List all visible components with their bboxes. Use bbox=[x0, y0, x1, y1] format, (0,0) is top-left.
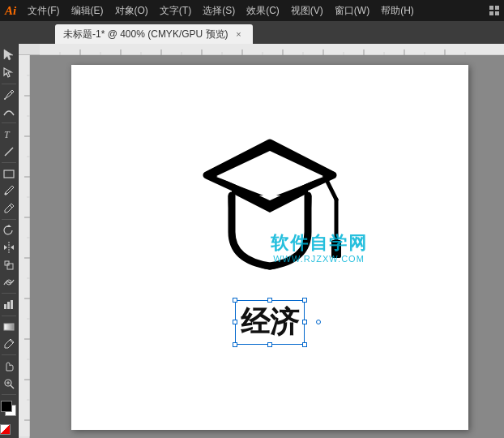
handle-top-middle[interactable] bbox=[267, 298, 272, 303]
canvas-page: 软件自学网 WWW.RJZXW.COM 经济 bbox=[71, 65, 468, 430]
svg-rect-72 bbox=[331, 240, 341, 258]
title-bar: Ai 文件(F) 编辑(E) 对象(O) 文字(T) 选择(S) 效果(C) 视… bbox=[0, 0, 504, 21]
menu-edit[interactable]: 编辑(E) bbox=[66, 2, 109, 19]
tool-separator-1 bbox=[2, 84, 16, 84]
ruler-h-svg bbox=[40, 44, 504, 55]
menu-bar: 文件(F) 编辑(E) 对象(O) 文字(T) 选择(S) 效果(C) 视图(V… bbox=[23, 2, 489, 19]
menu-text[interactable]: 文字(T) bbox=[155, 2, 196, 19]
paintbrush-tool[interactable] bbox=[0, 182, 18, 199]
text-element-selected[interactable]: 经济 bbox=[235, 300, 305, 345]
handle-bottom-middle[interactable] bbox=[267, 342, 272, 347]
hand-tool[interactable] bbox=[0, 358, 18, 374]
app-logo: Ai bbox=[5, 4, 16, 18]
warp-tool[interactable] bbox=[0, 274, 18, 290]
handle-bottom-right[interactable] bbox=[302, 342, 307, 347]
tool-separator-5 bbox=[2, 293, 16, 294]
svg-marker-0 bbox=[4, 49, 13, 60]
zoom-tool[interactable] bbox=[0, 376, 18, 392]
none-color-swatch[interactable] bbox=[0, 424, 11, 435]
menu-view[interactable]: 视图(V) bbox=[286, 2, 328, 19]
eyedropper-tool[interactable] bbox=[0, 336, 18, 352]
menu-help[interactable]: 帮助(H) bbox=[376, 2, 419, 19]
left-toolbar: T bbox=[0, 44, 19, 438]
tool-separator-8 bbox=[2, 394, 16, 395]
graph-tool[interactable] bbox=[0, 296, 18, 312]
tool-separator-4 bbox=[2, 219, 16, 220]
color-swatches[interactable] bbox=[1, 401, 17, 417]
selection-tool[interactable] bbox=[0, 47, 18, 63]
canvas-area[interactable]: 软件自学网 WWW.RJZXW.COM 经济 bbox=[30, 55, 504, 438]
window-grid-icon bbox=[489, 6, 499, 15]
svg-marker-10 bbox=[4, 245, 7, 250]
graduation-cap-icon bbox=[177, 127, 363, 292]
horizontal-ruler bbox=[19, 44, 504, 55]
document-tab[interactable]: 未标题-1* @ 400% (CMYK/GPU 预览) × bbox=[55, 24, 253, 44]
svg-marker-11 bbox=[11, 245, 14, 250]
menu-object[interactable]: 对象(O) bbox=[110, 2, 153, 19]
menu-window[interactable]: 窗口(W) bbox=[330, 2, 374, 19]
handle-middle-left[interactable] bbox=[233, 320, 237, 324]
color-area bbox=[0, 401, 18, 435]
svg-rect-17 bbox=[11, 300, 13, 309]
handle-top-left[interactable] bbox=[233, 298, 237, 303]
svg-rect-24 bbox=[40, 44, 504, 55]
svg-line-4 bbox=[5, 148, 13, 156]
menu-select[interactable]: 选择(S) bbox=[198, 2, 240, 19]
tab-label: 未标题-1* @ 400% (CMYK/GPU 预览) bbox=[63, 28, 229, 41]
shape-tool[interactable] bbox=[0, 165, 18, 182]
text-content[interactable]: 经济 bbox=[235, 300, 305, 345]
rotate-tool[interactable] bbox=[0, 222, 18, 238]
tab-bar: 未标题-1* @ 400% (CMYK/GPU 预览) × bbox=[0, 21, 504, 44]
svg-marker-1 bbox=[4, 68, 11, 77]
svg-text:T: T bbox=[4, 129, 11, 140]
pen-tool[interactable] bbox=[0, 87, 18, 103]
rulers-wrapper: 软件自学网 WWW.RJZXW.COM 经济 bbox=[19, 44, 504, 438]
handle-middle-right[interactable] bbox=[302, 320, 307, 324]
canvas-row: 软件自学网 WWW.RJZXW.COM 经济 bbox=[19, 55, 504, 438]
direct-selection-tool[interactable] bbox=[0, 64, 18, 80]
svg-point-2 bbox=[4, 98, 6, 100]
svg-line-21 bbox=[11, 385, 14, 389]
rotation-handle[interactable] bbox=[316, 320, 321, 324]
svg-line-7 bbox=[10, 205, 12, 208]
handle-top-right[interactable] bbox=[302, 298, 307, 303]
menu-effect[interactable]: 效果(C) bbox=[241, 2, 284, 19]
tool-separator-3 bbox=[2, 162, 16, 163]
curvature-tool[interactable] bbox=[0, 104, 18, 120]
svg-rect-15 bbox=[4, 304, 6, 309]
tool-separator-2 bbox=[2, 122, 16, 123]
handle-bottom-left[interactable] bbox=[233, 342, 237, 347]
pencil-tool[interactable] bbox=[0, 200, 18, 217]
text-tool[interactable]: T bbox=[0, 126, 18, 142]
gradient-tool[interactable] bbox=[0, 319, 18, 335]
svg-rect-18 bbox=[4, 324, 14, 330]
line-tool[interactable] bbox=[0, 144, 18, 160]
grad-cap-svg bbox=[177, 127, 363, 289]
svg-rect-5 bbox=[4, 170, 14, 178]
window-controls bbox=[489, 6, 499, 15]
scale-tool[interactable] bbox=[0, 257, 18, 273]
svg-point-6 bbox=[5, 193, 7, 195]
vertical-ruler bbox=[19, 55, 30, 438]
main-layout: T bbox=[0, 44, 504, 438]
mirror-tool[interactable] bbox=[0, 239, 18, 256]
ruler-v-svg bbox=[19, 55, 30, 436]
foreground-color-swatch[interactable] bbox=[1, 401, 12, 412]
svg-rect-16 bbox=[7, 302, 10, 309]
tab-close-button[interactable]: × bbox=[233, 28, 245, 40]
tool-separator-7 bbox=[2, 354, 16, 355]
menu-file[interactable]: 文件(F) bbox=[23, 2, 64, 19]
svg-rect-12 bbox=[7, 264, 13, 269]
tool-separator-6 bbox=[2, 316, 16, 316]
